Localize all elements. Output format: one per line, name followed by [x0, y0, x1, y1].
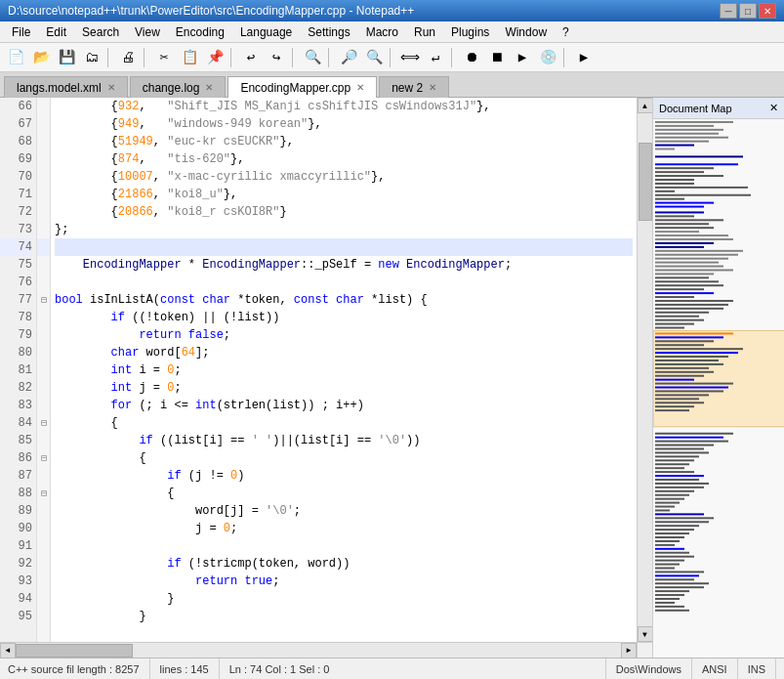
code-line-91 — [55, 537, 633, 555]
minimize-button[interactable]: ─ — [720, 3, 737, 19]
scroll-right-button[interactable]: ► — [621, 643, 637, 658]
find-button[interactable]: 🔍 — [301, 46, 324, 69]
svg-rect-119 — [655, 606, 684, 608]
editor[interactable]: 66 67 68 69 70 71 72 73 74 75 76 77 78 7… — [0, 98, 652, 658]
code-line-71: {21866, "koi8_u"}, — [55, 186, 633, 203]
code-line-66: {932, "Shift_JIS MS_Kanji csShiftJIS csW… — [55, 98, 633, 115]
open-button[interactable]: 📂 — [29, 46, 53, 69]
copy-button[interactable]: 📋 — [178, 46, 201, 69]
tab-encoding-mapper[interactable]: EncodingMapper.cpp ✕ — [227, 76, 377, 98]
document-map: Document Map ✕ — [652, 98, 784, 658]
fold-77[interactable]: ⊟ — [37, 291, 51, 309]
svg-rect-105 — [655, 552, 689, 554]
code-line-72: {20866, "koi8_r csKOI8R"} — [55, 203, 633, 221]
svg-rect-14 — [655, 179, 694, 181]
svg-rect-55 — [655, 340, 714, 342]
menu-view[interactable]: View — [127, 23, 168, 41]
menu-edit[interactable]: Edit — [38, 23, 74, 41]
menu-file[interactable]: File — [4, 23, 38, 41]
scroll-track[interactable] — [638, 113, 653, 626]
code-line-81: int i = 0; — [55, 361, 633, 379]
tab-change-log[interactable]: change.log ✕ — [130, 76, 227, 98]
macro-save-button[interactable]: 💿 — [536, 46, 559, 69]
tab-encoding-mapper-close[interactable]: ✕ — [356, 82, 364, 93]
svg-rect-23 — [655, 215, 694, 217]
svg-rect-84 — [655, 471, 694, 473]
window-title: D:\source\notepad++\trunk\PowerEditor\sr… — [8, 4, 720, 18]
svg-rect-4 — [655, 133, 719, 135]
zoom-out-button[interactable]: 🔍 — [362, 46, 386, 69]
maximize-button[interactable]: □ — [739, 3, 757, 19]
tab-new2[interactable]: new 2 ✕ — [379, 76, 449, 98]
svg-rect-100 — [655, 532, 689, 534]
tab-change-log-close[interactable]: ✕ — [205, 82, 213, 93]
svg-rect-87 — [655, 483, 709, 485]
tab-new2-label: new 2 — [392, 81, 423, 95]
h-scroll-thumb[interactable] — [16, 644, 133, 658]
macro-record-button[interactable]: ⏺ — [460, 46, 483, 69]
status-ins: INS — [738, 658, 776, 679]
fold-86[interactable]: ⊟ — [37, 449, 51, 467]
menu-run[interactable]: Run — [406, 23, 443, 41]
cut-button[interactable]: ✂ — [152, 46, 176, 69]
svg-rect-54 — [655, 336, 723, 338]
scroll-left-button[interactable]: ◄ — [0, 643, 16, 658]
svg-rect-8 — [655, 149, 675, 150]
menu-language[interactable]: Language — [232, 23, 300, 41]
svg-rect-44 — [655, 296, 694, 298]
svg-rect-104 — [655, 548, 684, 550]
svg-rect-37 — [655, 269, 733, 271]
svg-rect-79 — [655, 451, 709, 453]
new-button[interactable]: 📄 — [4, 46, 27, 69]
horizontal-scrollbar[interactable]: ◄ ► — [0, 643, 637, 658]
svg-rect-103 — [655, 544, 675, 546]
toolbar-sep-3 — [230, 48, 235, 67]
code-area[interactable]: 66 67 68 69 70 71 72 73 74 75 76 77 78 7… — [0, 98, 652, 642]
menu-macro[interactable]: Macro — [358, 23, 406, 41]
svg-rect-47 — [655, 308, 723, 310]
save-button[interactable]: 💾 — [55, 46, 78, 69]
macro-play-button[interactable]: ▶ — [511, 46, 534, 69]
line-numbers: 66 67 68 69 70 71 72 73 74 75 76 77 78 7… — [0, 98, 37, 642]
wrap-button[interactable]: ↵ — [424, 46, 447, 69]
svg-rect-31 — [655, 246, 704, 248]
vertical-scrollbar[interactable]: ▲ ▼ — [637, 98, 652, 642]
fold-84[interactable]: ⊟ — [37, 414, 51, 432]
close-button[interactable]: ✕ — [759, 3, 776, 19]
svg-rect-25 — [655, 223, 709, 225]
menu-search[interactable]: Search — [74, 23, 127, 41]
tab-langs-model-close[interactable]: ✕ — [107, 82, 115, 93]
tab-new2-close[interactable]: ✕ — [429, 82, 436, 93]
svg-rect-6 — [655, 141, 709, 143]
toolbar-sep-5 — [328, 48, 333, 67]
menu-settings[interactable]: Settings — [300, 23, 357, 41]
sync-scroll-button[interactable]: ⟺ — [398, 46, 422, 69]
svg-rect-68 — [655, 390, 723, 392]
menu-help[interactable]: ? — [555, 23, 577, 41]
scroll-up-button[interactable]: ▲ — [638, 98, 653, 113]
code-content[interactable]: {932, "Shift_JIS MS_Kanji csShiftJIS csW… — [51, 98, 637, 642]
print-button[interactable]: 🖨 — [116, 46, 140, 69]
save-all-button[interactable]: 🗂 — [80, 46, 103, 69]
svg-rect-94 — [655, 509, 670, 511]
undo-button[interactable]: ↩ — [239, 46, 263, 69]
paste-button[interactable]: 📌 — [203, 46, 227, 69]
fold-88[interactable]: ⊟ — [37, 485, 51, 502]
h-scroll-track[interactable] — [16, 643, 621, 658]
menu-plugins[interactable]: Plugins — [443, 23, 497, 41]
document-map-close[interactable]: ✕ — [769, 102, 778, 114]
toolbar-sep-4 — [292, 48, 297, 67]
redo-button[interactable]: ↪ — [265, 46, 288, 69]
tab-langs-model[interactable]: langs.model.xml ✕ — [4, 76, 128, 98]
svg-rect-33 — [655, 254, 738, 256]
menu-window[interactable]: Window — [497, 23, 555, 41]
macro-stop-button[interactable]: ⏹ — [485, 46, 509, 69]
svg-rect-70 — [655, 398, 699, 400]
scroll-thumb[interactable] — [639, 143, 652, 221]
run-button[interactable]: ▶ — [572, 46, 596, 69]
status-lines: lines : 145 — [150, 658, 220, 679]
svg-rect-49 — [655, 316, 699, 318]
scroll-down-button[interactable]: ▼ — [638, 626, 653, 642]
zoom-in-button[interactable]: 🔎 — [337, 46, 360, 69]
menu-encoding[interactable]: Encoding — [168, 23, 232, 41]
